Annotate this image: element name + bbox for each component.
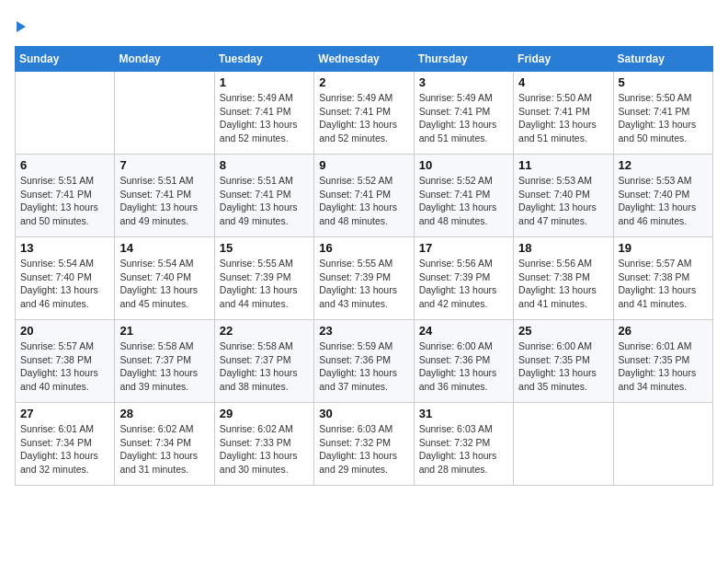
cell-day-info: Sunrise: 5:54 AMSunset: 7:40 PMDaylight:… [119, 257, 209, 311]
cell-day-info: Sunrise: 5:53 AMSunset: 7:40 PMDaylight:… [518, 174, 608, 228]
calendar-table: SundayMondayTuesdayWednesdayThursdayFrid… [15, 46, 713, 486]
cell-day-info: Sunrise: 5:57 AMSunset: 7:38 PMDaylight:… [20, 339, 109, 394]
calendar-cell: 8Sunrise: 5:51 AMSunset: 7:41 PMDaylight… [214, 155, 313, 237]
weekday-header-friday: Friday [514, 47, 613, 72]
cell-day-info: Sunrise: 6:01 AMSunset: 7:35 PMDaylight:… [619, 339, 708, 394]
weekday-header-thursday: Thursday [414, 47, 513, 72]
weekday-header-wednesday: Wednesday [314, 47, 414, 72]
cell-day-number: 4 [518, 75, 608, 89]
cell-day-info: Sunrise: 6:03 AMSunset: 7:32 PMDaylight:… [419, 422, 508, 477]
cell-day-number: 11 [518, 158, 608, 172]
calendar-cell [613, 403, 712, 486]
cell-day-info: Sunrise: 5:51 AMSunset: 7:41 PMDaylight:… [220, 174, 309, 228]
cell-day-info: Sunrise: 6:00 AMSunset: 7:35 PMDaylight:… [518, 339, 608, 394]
cell-day-info: Sunrise: 5:50 AMSunset: 7:41 PMDaylight:… [619, 91, 708, 145]
cell-day-info: Sunrise: 5:54 AMSunset: 7:40 PMDaylight:… [20, 257, 109, 311]
calendar-cell: 31Sunrise: 6:03 AMSunset: 7:32 PMDayligh… [414, 403, 513, 486]
cell-day-number: 17 [419, 241, 508, 255]
calendar-week-row: 1Sunrise: 5:49 AMSunset: 7:41 PMDaylight… [16, 72, 713, 155]
cell-day-number: 9 [319, 158, 408, 172]
cell-day-info: Sunrise: 5:55 AMSunset: 7:39 PMDaylight:… [220, 257, 309, 311]
calendar-cell: 18Sunrise: 5:56 AMSunset: 7:38 PMDayligh… [514, 237, 613, 320]
calendar-cell: 10Sunrise: 5:52 AMSunset: 7:41 PMDayligh… [414, 155, 513, 237]
calendar-cell: 11Sunrise: 5:53 AMSunset: 7:40 PMDayligh… [514, 155, 613, 237]
calendar-cell: 19Sunrise: 5:57 AMSunset: 7:38 PMDayligh… [613, 237, 712, 320]
weekday-header-monday: Monday [115, 47, 214, 72]
cell-day-info: Sunrise: 5:57 AMSunset: 7:38 PMDaylight:… [619, 257, 708, 311]
cell-day-number: 20 [20, 324, 109, 338]
cell-day-number: 6 [20, 158, 109, 172]
cell-day-info: Sunrise: 5:51 AMSunset: 7:41 PMDaylight:… [20, 174, 109, 228]
calendar-week-row: 13Sunrise: 5:54 AMSunset: 7:40 PMDayligh… [16, 237, 713, 320]
cell-day-number: 15 [220, 241, 309, 255]
calendar-cell: 2Sunrise: 5:49 AMSunset: 7:41 PMDaylight… [314, 72, 414, 155]
calendar-cell: 9Sunrise: 5:52 AMSunset: 7:41 PMDaylight… [314, 155, 414, 237]
calendar-cell: 1Sunrise: 5:49 AMSunset: 7:41 PMDaylight… [214, 72, 313, 155]
cell-day-number: 23 [319, 324, 408, 338]
cell-day-info: Sunrise: 5:56 AMSunset: 7:38 PMDaylight:… [518, 257, 608, 311]
cell-day-info: Sunrise: 6:03 AMSunset: 7:32 PMDaylight:… [319, 422, 408, 477]
cell-day-number: 14 [119, 241, 209, 255]
weekday-header-row: SundayMondayTuesdayWednesdayThursdayFrid… [16, 47, 713, 72]
cell-day-info: Sunrise: 6:02 AMSunset: 7:33 PMDaylight:… [220, 422, 309, 477]
calendar-cell: 4Sunrise: 5:50 AMSunset: 7:41 PMDaylight… [514, 72, 613, 155]
calendar-cell: 17Sunrise: 5:56 AMSunset: 7:39 PMDayligh… [414, 237, 513, 320]
calendar-cell: 22Sunrise: 5:58 AMSunset: 7:37 PMDayligh… [214, 320, 313, 403]
cell-day-number: 5 [619, 75, 708, 89]
cell-day-info: Sunrise: 5:52 AMSunset: 7:41 PMDaylight:… [419, 174, 508, 228]
cell-day-number: 16 [319, 241, 408, 255]
calendar-cell: 23Sunrise: 5:59 AMSunset: 7:36 PMDayligh… [314, 320, 414, 403]
cell-day-number: 22 [220, 324, 309, 338]
calendar-cell: 14Sunrise: 5:54 AMSunset: 7:40 PMDayligh… [115, 237, 214, 320]
weekday-header-saturday: Saturday [613, 47, 712, 72]
cell-day-number: 24 [419, 324, 508, 338]
cell-day-info: Sunrise: 6:01 AMSunset: 7:34 PMDaylight:… [20, 422, 109, 477]
calendar-cell: 21Sunrise: 5:58 AMSunset: 7:37 PMDayligh… [115, 320, 214, 403]
cell-day-info: Sunrise: 5:59 AMSunset: 7:36 PMDaylight:… [319, 339, 408, 394]
calendar-week-row: 20Sunrise: 5:57 AMSunset: 7:38 PMDayligh… [16, 320, 713, 403]
cell-day-number: 10 [419, 158, 508, 172]
cell-day-number: 19 [619, 241, 708, 255]
calendar-cell: 13Sunrise: 5:54 AMSunset: 7:40 PMDayligh… [16, 237, 115, 320]
logo-arrow-icon [17, 21, 26, 32]
calendar-cell [115, 72, 214, 155]
cell-day-info: Sunrise: 5:58 AMSunset: 7:37 PMDaylight:… [119, 339, 209, 394]
cell-day-number: 21 [119, 324, 209, 338]
cell-day-number: 3 [419, 75, 508, 89]
cell-day-number: 13 [20, 241, 109, 255]
calendar-cell: 6Sunrise: 5:51 AMSunset: 7:41 PMDaylight… [16, 155, 115, 237]
calendar-cell: 12Sunrise: 5:53 AMSunset: 7:40 PMDayligh… [613, 155, 712, 237]
logo [15, 15, 26, 35]
cell-day-info: Sunrise: 5:56 AMSunset: 7:39 PMDaylight:… [419, 257, 508, 311]
cell-day-info: Sunrise: 6:00 AMSunset: 7:36 PMDaylight:… [419, 339, 508, 394]
cell-day-info: Sunrise: 5:50 AMSunset: 7:41 PMDaylight:… [518, 91, 608, 145]
calendar-cell: 20Sunrise: 5:57 AMSunset: 7:38 PMDayligh… [16, 320, 115, 403]
cell-day-number: 25 [518, 324, 608, 338]
weekday-header-sunday: Sunday [16, 47, 115, 72]
weekday-header-tuesday: Tuesday [214, 47, 313, 72]
cell-day-info: Sunrise: 5:53 AMSunset: 7:40 PMDaylight:… [619, 174, 708, 228]
cell-day-info: Sunrise: 5:49 AMSunset: 7:41 PMDaylight:… [319, 91, 408, 145]
calendar-cell: 16Sunrise: 5:55 AMSunset: 7:39 PMDayligh… [314, 237, 414, 320]
calendar-cell: 30Sunrise: 6:03 AMSunset: 7:32 PMDayligh… [314, 403, 414, 486]
cell-day-info: Sunrise: 5:51 AMSunset: 7:41 PMDaylight:… [119, 174, 209, 228]
cell-day-info: Sunrise: 5:58 AMSunset: 7:37 PMDaylight:… [220, 339, 309, 394]
cell-day-info: Sunrise: 5:55 AMSunset: 7:39 PMDaylight:… [319, 257, 408, 311]
calendar-cell: 24Sunrise: 6:00 AMSunset: 7:36 PMDayligh… [414, 320, 513, 403]
calendar-cell: 27Sunrise: 6:01 AMSunset: 7:34 PMDayligh… [16, 403, 115, 486]
cell-day-info: Sunrise: 5:49 AMSunset: 7:41 PMDaylight:… [419, 91, 508, 145]
cell-day-number: 1 [220, 75, 309, 89]
cell-day-number: 30 [319, 407, 408, 420]
cell-day-number: 31 [419, 407, 508, 420]
cell-day-number: 27 [20, 407, 109, 420]
cell-day-number: 18 [518, 241, 608, 255]
cell-day-number: 28 [119, 407, 209, 420]
calendar-cell [16, 72, 115, 155]
calendar-cell: 3Sunrise: 5:49 AMSunset: 7:41 PMDaylight… [414, 72, 513, 155]
cell-day-number: 12 [619, 158, 708, 172]
cell-day-info: Sunrise: 6:02 AMSunset: 7:34 PMDaylight:… [119, 422, 209, 477]
calendar-cell [514, 403, 613, 486]
calendar-cell: 29Sunrise: 6:02 AMSunset: 7:33 PMDayligh… [214, 403, 313, 486]
calendar-cell: 15Sunrise: 5:55 AMSunset: 7:39 PMDayligh… [214, 237, 313, 320]
cell-day-info: Sunrise: 5:49 AMSunset: 7:41 PMDaylight:… [220, 91, 309, 145]
